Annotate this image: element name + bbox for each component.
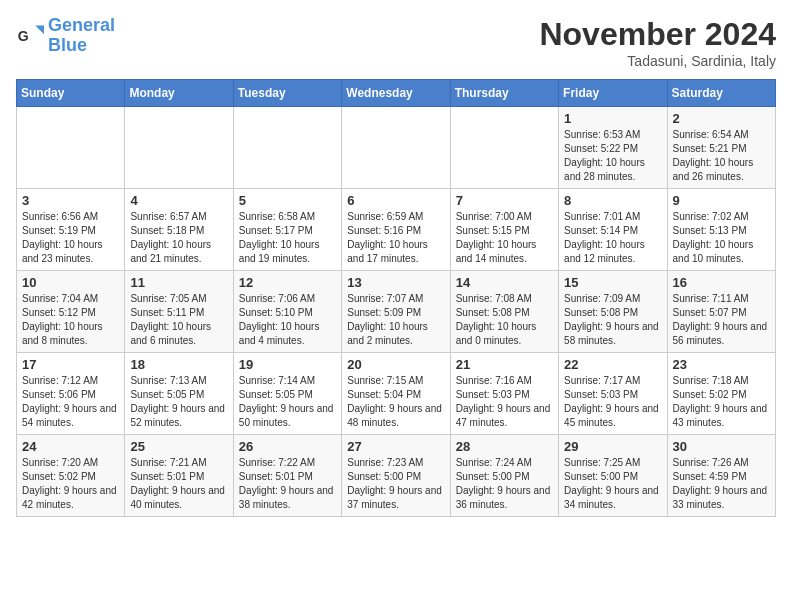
- day-info: Sunrise: 7:12 AM Sunset: 5:06 PM Dayligh…: [22, 374, 119, 430]
- day-cell: 15Sunrise: 7:09 AM Sunset: 5:08 PM Dayli…: [559, 271, 667, 353]
- day-number: 5: [239, 193, 336, 208]
- day-number: 21: [456, 357, 553, 372]
- day-cell: 4Sunrise: 6:57 AM Sunset: 5:18 PM Daylig…: [125, 189, 233, 271]
- week-row-5: 24Sunrise: 7:20 AM Sunset: 5:02 PM Dayli…: [17, 435, 776, 517]
- logo-icon: G: [16, 22, 44, 50]
- day-info: Sunrise: 7:11 AM Sunset: 5:07 PM Dayligh…: [673, 292, 770, 348]
- day-info: Sunrise: 6:54 AM Sunset: 5:21 PM Dayligh…: [673, 128, 770, 184]
- day-info: Sunrise: 7:04 AM Sunset: 5:12 PM Dayligh…: [22, 292, 119, 348]
- day-number: 25: [130, 439, 227, 454]
- day-cell: 23Sunrise: 7:18 AM Sunset: 5:02 PM Dayli…: [667, 353, 775, 435]
- day-cell: 11Sunrise: 7:05 AM Sunset: 5:11 PM Dayli…: [125, 271, 233, 353]
- weekday-header-wednesday: Wednesday: [342, 80, 450, 107]
- day-number: 8: [564, 193, 661, 208]
- day-number: 16: [673, 275, 770, 290]
- day-info: Sunrise: 7:02 AM Sunset: 5:13 PM Dayligh…: [673, 210, 770, 266]
- day-number: 29: [564, 439, 661, 454]
- day-number: 14: [456, 275, 553, 290]
- week-row-2: 3Sunrise: 6:56 AM Sunset: 5:19 PM Daylig…: [17, 189, 776, 271]
- day-cell: 9Sunrise: 7:02 AM Sunset: 5:13 PM Daylig…: [667, 189, 775, 271]
- day-number: 1: [564, 111, 661, 126]
- day-number: 17: [22, 357, 119, 372]
- day-info: Sunrise: 7:25 AM Sunset: 5:00 PM Dayligh…: [564, 456, 661, 512]
- day-cell: 16Sunrise: 7:11 AM Sunset: 5:07 PM Dayli…: [667, 271, 775, 353]
- page-header: G General Blue November 2024 Tadasuni, S…: [16, 16, 776, 69]
- logo: G General Blue: [16, 16, 115, 56]
- day-cell: 24Sunrise: 7:20 AM Sunset: 5:02 PM Dayli…: [17, 435, 125, 517]
- day-info: Sunrise: 6:56 AM Sunset: 5:19 PM Dayligh…: [22, 210, 119, 266]
- logo-text: General Blue: [48, 16, 115, 56]
- day-info: Sunrise: 6:53 AM Sunset: 5:22 PM Dayligh…: [564, 128, 661, 184]
- day-info: Sunrise: 7:09 AM Sunset: 5:08 PM Dayligh…: [564, 292, 661, 348]
- day-cell: 10Sunrise: 7:04 AM Sunset: 5:12 PM Dayli…: [17, 271, 125, 353]
- weekday-header-sunday: Sunday: [17, 80, 125, 107]
- day-number: 18: [130, 357, 227, 372]
- day-number: 27: [347, 439, 444, 454]
- day-cell: 12Sunrise: 7:06 AM Sunset: 5:10 PM Dayli…: [233, 271, 341, 353]
- day-info: Sunrise: 7:22 AM Sunset: 5:01 PM Dayligh…: [239, 456, 336, 512]
- day-info: Sunrise: 7:05 AM Sunset: 5:11 PM Dayligh…: [130, 292, 227, 348]
- day-cell: 19Sunrise: 7:14 AM Sunset: 5:05 PM Dayli…: [233, 353, 341, 435]
- day-cell: [342, 107, 450, 189]
- day-cell: 17Sunrise: 7:12 AM Sunset: 5:06 PM Dayli…: [17, 353, 125, 435]
- day-cell: 28Sunrise: 7:24 AM Sunset: 5:00 PM Dayli…: [450, 435, 558, 517]
- day-info: Sunrise: 7:15 AM Sunset: 5:04 PM Dayligh…: [347, 374, 444, 430]
- day-cell: 29Sunrise: 7:25 AM Sunset: 5:00 PM Dayli…: [559, 435, 667, 517]
- day-cell: 18Sunrise: 7:13 AM Sunset: 5:05 PM Dayli…: [125, 353, 233, 435]
- day-number: 30: [673, 439, 770, 454]
- day-number: 4: [130, 193, 227, 208]
- day-number: 2: [673, 111, 770, 126]
- day-cell: 14Sunrise: 7:08 AM Sunset: 5:08 PM Dayli…: [450, 271, 558, 353]
- day-info: Sunrise: 7:00 AM Sunset: 5:15 PM Dayligh…: [456, 210, 553, 266]
- svg-text:G: G: [18, 28, 29, 44]
- day-cell: 21Sunrise: 7:16 AM Sunset: 5:03 PM Dayli…: [450, 353, 558, 435]
- day-number: 15: [564, 275, 661, 290]
- day-number: 6: [347, 193, 444, 208]
- day-cell: 22Sunrise: 7:17 AM Sunset: 5:03 PM Dayli…: [559, 353, 667, 435]
- title-block: November 2024 Tadasuni, Sardinia, Italy: [539, 16, 776, 69]
- weekday-header-tuesday: Tuesday: [233, 80, 341, 107]
- day-info: Sunrise: 7:17 AM Sunset: 5:03 PM Dayligh…: [564, 374, 661, 430]
- day-number: 13: [347, 275, 444, 290]
- day-cell: 27Sunrise: 7:23 AM Sunset: 5:00 PM Dayli…: [342, 435, 450, 517]
- day-number: 28: [456, 439, 553, 454]
- week-row-3: 10Sunrise: 7:04 AM Sunset: 5:12 PM Dayli…: [17, 271, 776, 353]
- weekday-header-saturday: Saturday: [667, 80, 775, 107]
- day-cell: 20Sunrise: 7:15 AM Sunset: 5:04 PM Dayli…: [342, 353, 450, 435]
- day-info: Sunrise: 6:59 AM Sunset: 5:16 PM Dayligh…: [347, 210, 444, 266]
- day-number: 20: [347, 357, 444, 372]
- day-cell: 8Sunrise: 7:01 AM Sunset: 5:14 PM Daylig…: [559, 189, 667, 271]
- day-number: 22: [564, 357, 661, 372]
- day-info: Sunrise: 7:08 AM Sunset: 5:08 PM Dayligh…: [456, 292, 553, 348]
- day-number: 3: [22, 193, 119, 208]
- day-cell: 13Sunrise: 7:07 AM Sunset: 5:09 PM Dayli…: [342, 271, 450, 353]
- week-row-1: 1Sunrise: 6:53 AM Sunset: 5:22 PM Daylig…: [17, 107, 776, 189]
- weekday-header-friday: Friday: [559, 80, 667, 107]
- day-cell: [17, 107, 125, 189]
- day-cell: 3Sunrise: 6:56 AM Sunset: 5:19 PM Daylig…: [17, 189, 125, 271]
- day-cell: [450, 107, 558, 189]
- weekday-header-monday: Monday: [125, 80, 233, 107]
- day-info: Sunrise: 7:21 AM Sunset: 5:01 PM Dayligh…: [130, 456, 227, 512]
- day-cell: [233, 107, 341, 189]
- day-number: 26: [239, 439, 336, 454]
- day-number: 10: [22, 275, 119, 290]
- day-cell: [125, 107, 233, 189]
- day-number: 12: [239, 275, 336, 290]
- day-info: Sunrise: 6:58 AM Sunset: 5:17 PM Dayligh…: [239, 210, 336, 266]
- day-info: Sunrise: 7:20 AM Sunset: 5:02 PM Dayligh…: [22, 456, 119, 512]
- day-info: Sunrise: 6:57 AM Sunset: 5:18 PM Dayligh…: [130, 210, 227, 266]
- day-cell: 6Sunrise: 6:59 AM Sunset: 5:16 PM Daylig…: [342, 189, 450, 271]
- day-cell: 26Sunrise: 7:22 AM Sunset: 5:01 PM Dayli…: [233, 435, 341, 517]
- day-number: 11: [130, 275, 227, 290]
- day-info: Sunrise: 7:01 AM Sunset: 5:14 PM Dayligh…: [564, 210, 661, 266]
- day-cell: 7Sunrise: 7:00 AM Sunset: 5:15 PM Daylig…: [450, 189, 558, 271]
- day-cell: 2Sunrise: 6:54 AM Sunset: 5:21 PM Daylig…: [667, 107, 775, 189]
- day-info: Sunrise: 7:18 AM Sunset: 5:02 PM Dayligh…: [673, 374, 770, 430]
- day-number: 7: [456, 193, 553, 208]
- day-info: Sunrise: 7:07 AM Sunset: 5:09 PM Dayligh…: [347, 292, 444, 348]
- day-cell: 30Sunrise: 7:26 AM Sunset: 4:59 PM Dayli…: [667, 435, 775, 517]
- day-info: Sunrise: 7:06 AM Sunset: 5:10 PM Dayligh…: [239, 292, 336, 348]
- month-title: November 2024: [539, 16, 776, 53]
- day-info: Sunrise: 7:14 AM Sunset: 5:05 PM Dayligh…: [239, 374, 336, 430]
